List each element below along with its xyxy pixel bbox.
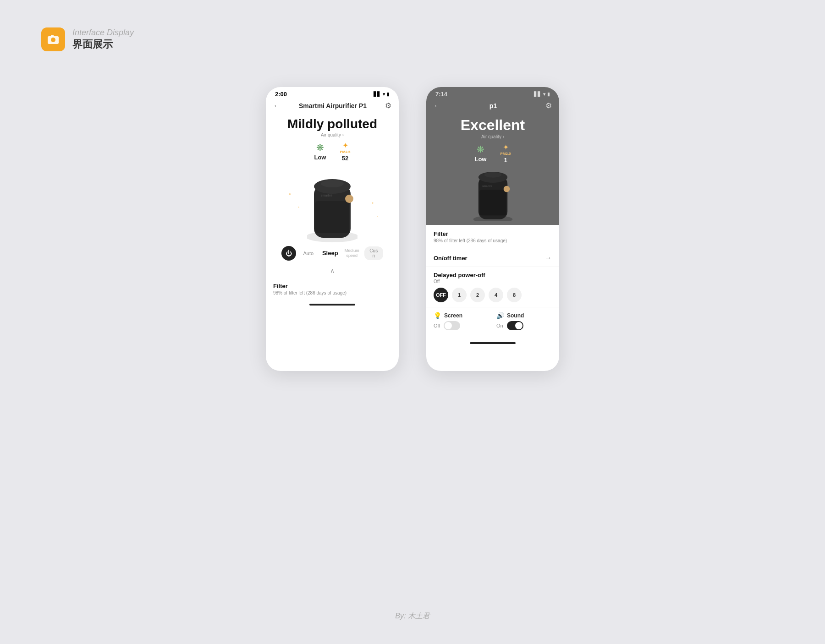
phone2-delayed-status: Off <box>434 279 552 284</box>
phone1-frame: 2:00 ▋▋ ▾ ▮ ← Smartmi Airpurifier P1 ⚙ M… <box>266 87 399 371</box>
phone2-sound-toggle-item: 🔊 Sound On <box>496 312 552 330</box>
svg-point-7 <box>321 180 344 187</box>
pm25-badge-label2: PM2.5 <box>500 152 511 156</box>
screen-state-label: Off <box>434 323 440 328</box>
timer-1h-button[interactable]: 1 <box>452 288 467 302</box>
header: Interface Display 界面展示 <box>41 27 134 51</box>
phone2-pollen-metric: ❋ Low <box>474 144 486 163</box>
phone1-settings-button[interactable]: ⚙ <box>385 101 391 110</box>
phone1-pm25-metric: ✦ PM2.5 52 <box>340 141 350 162</box>
phone2-air-quality-label[interactable]: Air quality › <box>434 134 552 139</box>
phone2-delayed-section: Delayed power-off Off OFF 1 2 4 8 <box>426 267 559 307</box>
mode-medium-button[interactable]: Mediumspeed <box>342 246 362 260</box>
phone1-status-bar: 2:00 ▋▋ ▾ ▮ <box>266 87 399 99</box>
wifi-icon: ▾ <box>383 92 385 97</box>
timer-4h-button[interactable]: 4 <box>489 288 503 302</box>
dot2: ● <box>298 206 300 208</box>
header-icon <box>41 27 65 51</box>
phone2-nav-bar: ← p1 ⚙ <box>426 99 559 113</box>
screen-toggle-row: Off <box>434 321 489 330</box>
svg-point-14 <box>484 172 501 178</box>
phone2-pm25-metric: ✦ PM2.5 1 <box>500 143 511 164</box>
phone1-nav-bar: ← Smartmi Airpurifier P1 ⚙ <box>266 99 399 113</box>
mode-custom-button[interactable]: Cusn <box>364 246 384 260</box>
svg-point-15 <box>503 186 510 192</box>
footer: By: 木土君 <box>395 611 430 621</box>
footer-text: By: 木土君 <box>395 612 430 620</box>
battery-icon2: ▮ <box>547 92 550 97</box>
phone2-settings-button[interactable]: ⚙ <box>545 101 552 110</box>
svg-text:smartmi: smartmi <box>321 194 332 197</box>
phone2-toggle-section: 💡 Screen Off 🔊 Sound <box>426 307 559 335</box>
pm25-icon-wrap: ✦ PM2.5 <box>340 141 350 154</box>
phone1-filter-subtitle: 98% of filter left (286 days of usage) <box>273 290 391 295</box>
purifier-svg2: smartmi <box>471 166 515 221</box>
phone1-home-indicator <box>309 304 355 306</box>
sound-label-row: 🔊 Sound <box>496 312 552 319</box>
screen-label-row: 💡 Screen <box>434 312 489 319</box>
phone2-status-bar: 7:14 ▋▋ ▾ ▮ <box>426 87 559 99</box>
phone2-screen-toggle-item: 💡 Screen Off <box>434 312 489 330</box>
screen-toggle-switch[interactable] <box>444 321 460 330</box>
phone1-air-quality-label[interactable]: Air quality › <box>273 132 391 137</box>
phone1-air-quality: Mildly polluted Air quality › ❋ Low ✦ PM… <box>266 113 399 164</box>
timer-off-button[interactable]: OFF <box>434 288 448 302</box>
pm25-icon: ✦ <box>342 141 348 150</box>
timer-2h-button[interactable]: 2 <box>470 288 485 302</box>
sound-label: Sound <box>507 312 524 319</box>
phone2-nav-title: p1 <box>490 102 497 109</box>
phone2-frame: 7:14 ▋▋ ▾ ▮ ← p1 ⚙ Excellent Air quality… <box>426 87 559 371</box>
phone2-metrics-row: ❋ Low ✦ PM2.5 1 <box>434 143 552 164</box>
header-title-en: Interface Display <box>72 28 134 38</box>
phone1-back-button[interactable]: ← <box>273 102 280 110</box>
phone1-status-icons: ▋▋ ▾ ▮ <box>374 92 390 97</box>
phone2-back-button[interactable]: ← <box>434 102 441 110</box>
mode-auto-button[interactable]: Auto <box>299 249 318 258</box>
phone1-pm25-value: 52 <box>342 155 348 162</box>
sound-toggle-switch[interactable] <box>507 321 523 330</box>
dot1: ● <box>289 192 291 196</box>
svg-rect-2 <box>51 35 54 37</box>
phone1-pollen-metric: ❋ Low <box>314 142 326 161</box>
pm25-icon2: ✦ <box>503 143 509 152</box>
svg-point-1 <box>51 38 55 42</box>
phone2-air-status: Excellent <box>434 117 552 133</box>
dot3: ● <box>372 201 374 204</box>
dot4: ● <box>377 215 378 218</box>
chevron-up-button[interactable]: ∧ <box>266 264 399 277</box>
pm25-badge-label: PM2.5 <box>340 150 350 154</box>
power-button[interactable]: ⏻ <box>281 246 296 261</box>
phone2-pm25-value: 1 <box>504 157 507 164</box>
phone2-pollen-label: Low <box>474 156 486 163</box>
phone1-metrics-row: ❋ Low ✦ PM2.5 52 <box>273 141 391 162</box>
timer-8h-button[interactable]: 8 <box>507 288 522 302</box>
phone2-timer-row[interactable]: On/off timer → <box>426 249 559 267</box>
phone2-filter-section: Filter 98% of filter left (286 days of u… <box>426 225 559 249</box>
phone2-white-bottom: Filter 98% of filter left (286 days of u… <box>426 225 559 344</box>
sound-icon: 🔊 <box>496 312 504 319</box>
phone2-time: 7:14 <box>435 91 447 98</box>
phone1-bottom-info: Filter 98% of filter left (286 days of u… <box>266 277 399 299</box>
screen-toggle-knob <box>445 322 452 329</box>
phone1-purifier-image: ● ● ● ● smartmi <box>266 164 399 242</box>
phone1-controls-wrap: ⏻ Auto Sleep Mediumspeed Cusn <box>266 242 399 264</box>
mode-sleep-button[interactable]: Sleep <box>321 248 340 258</box>
phone2-home-indicator <box>470 342 516 344</box>
phone2-dark-top: 7:14 ▋▋ ▾ ▮ ← p1 ⚙ Excellent Air quality… <box>426 87 559 225</box>
pollen-icon2: ❋ <box>477 144 484 155</box>
svg-point-8 <box>345 195 353 203</box>
battery-icon: ▮ <box>387 92 390 97</box>
pollen-icon: ❋ <box>316 142 324 153</box>
phone1-time: 2:00 <box>275 91 287 98</box>
signal-icon2: ▋▋ <box>534 92 541 97</box>
purifier-svg: smartmi <box>307 169 358 242</box>
sound-toggle-knob <box>515 322 522 329</box>
phone1-pollen-label: Low <box>314 154 326 161</box>
signal-icon: ▋▋ <box>374 92 381 97</box>
screen-icon: 💡 <box>434 312 441 319</box>
phone1-filter-title: Filter <box>273 283 391 289</box>
sound-toggle-row: On <box>496 321 552 330</box>
header-title-zh: 界面展示 <box>72 38 134 51</box>
phone2-filter-subtitle: 98% of filter left (286 days of usage) <box>434 238 552 243</box>
pm25-icon-wrap2: ✦ PM2.5 <box>500 143 511 156</box>
